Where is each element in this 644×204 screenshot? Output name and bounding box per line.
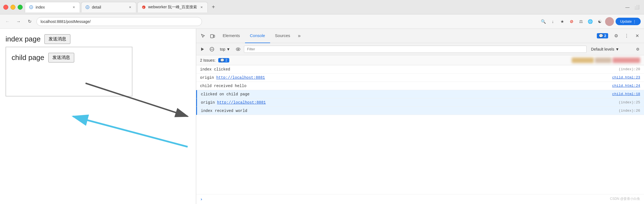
blurred-bar-3: [613, 57, 640, 63]
profile-button[interactable]: [605, 17, 614, 26]
child-send-button[interactable]: 发送消息: [48, 53, 74, 62]
devtools-panel: Elements Console Sources » 💬 2 ⚙: [196, 29, 644, 204]
console-row-2: origin http://localhost:8881 child.html:…: [196, 74, 644, 82]
adblock-icon[interactable]: ⊘: [568, 18, 575, 25]
console-location-6: (index):26: [619, 109, 640, 113]
main-content: index page 发送消息 child page 发送消息: [0, 29, 644, 204]
more-tabs-button[interactable]: »: [295, 31, 304, 40]
filter-input[interactable]: [244, 46, 587, 53]
console-link-2[interactable]: http://localhost:8881: [217, 100, 266, 105]
address-text: localhost:8881/postMessage/: [41, 19, 91, 24]
devtools-inspect-icon[interactable]: [199, 32, 207, 40]
tab-close-webworker[interactable]: ✕: [199, 5, 204, 9]
extensions-icon[interactable]: ⚖: [577, 18, 585, 25]
console-location-link-1[interactable]: child.html:23: [612, 75, 640, 80]
svg-text:b: b: [143, 6, 144, 9]
update-button[interactable]: Update ⋮: [616, 18, 641, 25]
download-icon[interactable]: ↓: [549, 18, 557, 25]
console-row-5: origin http://localhost:8881 (index):25: [196, 98, 644, 107]
browser-maximize-icon[interactable]: ⬜: [633, 3, 641, 11]
console-link-1[interactable]: http://localhost:8881: [216, 75, 265, 80]
navigation-toolbar: ← → ↻ localhost:8881/postMessage/ 🔍 ↓ ★ …: [0, 14, 644, 29]
blurred-bars: [572, 57, 640, 63]
minimize-window-button[interactable]: [10, 5, 15, 10]
bookmark-icon[interactable]: ★: [558, 18, 566, 25]
console-text-2: origin http://localhost:8881: [200, 75, 607, 80]
console-play-icon[interactable]: [199, 46, 206, 53]
console-toolbar: top ▼ Default levels ▼ ⚙: [196, 43, 644, 55]
title-bar: index ✕ detail ✕ b webworker 阮一峰_百度搜索 ✕ …: [0, 0, 644, 14]
issues-count-badge[interactable]: 💬 2: [218, 58, 229, 62]
tab-label-detail: detail: [92, 5, 101, 9]
console-row-4: clicked on child page child.html:18: [196, 90, 644, 98]
svg-rect-13: [214, 35, 215, 37]
blurred-bar-2: [595, 57, 611, 63]
tab-favicon-webworker: b: [142, 5, 146, 9]
tab-webworker[interactable]: b webworker 阮一峰_百度搜索 ✕: [137, 2, 208, 12]
watermark: CSDN @姜香小白鱼: [610, 197, 640, 201]
browser-minimize-icon[interactable]: —: [624, 3, 631, 11]
console-location-4: child.html:18: [612, 92, 640, 96]
eye-icon[interactable]: [235, 46, 242, 53]
devtools-settings-icon[interactable]: ⚙: [612, 32, 620, 40]
console-text-5: origin http://localhost:8881: [201, 100, 613, 105]
default-levels-dropdown-icon: ▼: [615, 47, 619, 51]
top-dropdown-icon: ▼: [226, 47, 230, 51]
address-bar[interactable]: localhost:8881/postMessage/: [36, 17, 202, 26]
tab-detail[interactable]: detail ✕: [81, 2, 136, 12]
console-location-3: child.html:24: [612, 84, 640, 88]
svg-rect-12: [211, 35, 213, 38]
console-row-1: index clicked (index):20: [196, 65, 644, 74]
child-page-row: child page 发送消息: [12, 53, 74, 62]
console-text-3: child received hello: [200, 84, 607, 88]
console-location-link-2[interactable]: child.html:24: [612, 84, 640, 88]
tab-close-index[interactable]: ✕: [71, 5, 76, 9]
devtools-device-icon[interactable]: [208, 32, 217, 40]
tab-index[interactable]: index ✕: [25, 2, 80, 12]
index-page-label: index page: [6, 35, 41, 43]
console-location-5: (index):25: [619, 100, 640, 104]
search-icon[interactable]: 🔍: [539, 18, 547, 25]
devtools-toolbar: Elements Console Sources » 💬 2 ⚙: [196, 29, 644, 43]
close-window-button[interactable]: [3, 5, 8, 10]
svg-point-18: [238, 48, 239, 50]
console-settings-icon[interactable]: ⚙: [634, 46, 641, 53]
index-send-button[interactable]: 发送消息: [44, 34, 70, 44]
tab-console[interactable]: Console: [245, 29, 270, 43]
top-selector[interactable]: top ▼: [218, 46, 232, 52]
reload-button[interactable]: ↻: [25, 17, 34, 26]
tab-favicon-index: [29, 5, 33, 9]
console-location-link-3[interactable]: child.html:18: [612, 92, 640, 96]
blurred-bar-1: [572, 57, 594, 63]
back-button[interactable]: ←: [3, 17, 12, 26]
default-levels-selector[interactable]: Default levels ▼: [589, 46, 621, 52]
translate-icon[interactable]: 🌐: [586, 18, 594, 25]
console-location-1: (index):20: [619, 67, 640, 71]
child-page-label: child page: [12, 53, 44, 62]
console-input[interactable]: [205, 197, 640, 202]
traffic-lights: [3, 5, 23, 10]
issues-label: 2 Issues:: [200, 58, 215, 62]
issues-badge[interactable]: 💬 2: [597, 33, 608, 38]
console-prompt-icon: ›: [200, 197, 203, 202]
svg-line-11: [73, 116, 188, 147]
tab-close-detail[interactable]: ✕: [128, 5, 132, 9]
issues-bar: 2 Issues: 💬 2: [196, 55, 644, 65]
maximize-window-button[interactable]: [18, 5, 23, 10]
new-tab-button[interactable]: +: [209, 3, 218, 12]
extensions2-icon[interactable]: ☯: [596, 18, 603, 25]
child-container: child page 发送消息: [6, 47, 132, 96]
console-block-icon[interactable]: [208, 46, 215, 53]
browser-window: index ✕ detail ✕ b webworker 阮一峰_百度搜索 ✕ …: [0, 0, 644, 204]
devtools-menu-icon[interactable]: ⋮: [622, 32, 631, 40]
tab-label-index: index: [36, 5, 45, 9]
console-text-6: index received world: [201, 109, 613, 113]
tab-elements[interactable]: Elements: [218, 29, 245, 43]
forward-button[interactable]: →: [14, 17, 23, 26]
tab-label-webworker: webworker 阮一峰_百度搜索: [148, 5, 197, 10]
tab-sources[interactable]: Sources: [270, 29, 295, 43]
console-text-1: index clicked: [200, 67, 613, 72]
svg-marker-14: [201, 48, 204, 51]
index-page-row: index page 发送消息: [6, 34, 190, 44]
devtools-close-icon[interactable]: ✕: [633, 32, 641, 40]
